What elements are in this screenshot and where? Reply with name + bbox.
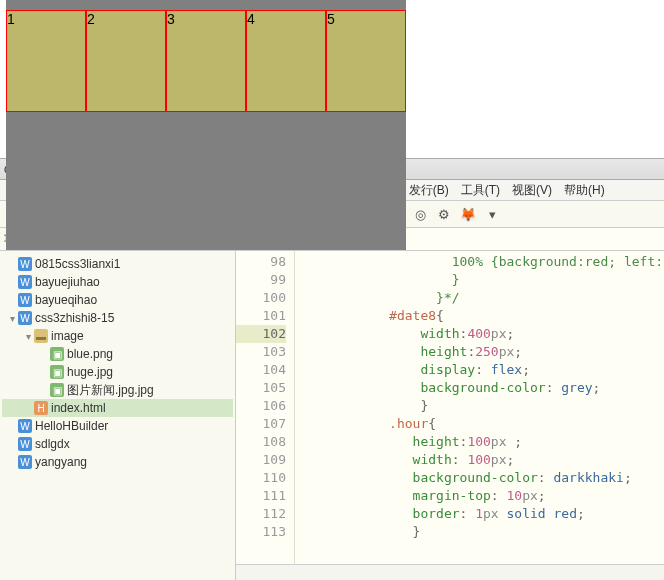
img-icon: ▣ — [50, 383, 64, 397]
w-icon: W — [18, 275, 32, 289]
tree-node[interactable]: Hindex.html — [2, 399, 233, 417]
w-icon: W — [18, 311, 32, 325]
h-icon: H — [34, 401, 48, 415]
menu-item[interactable]: 视图(V) — [506, 182, 558, 199]
tree-label: yangyang — [35, 455, 87, 469]
file-tree: W0815css3lianxi1WbayuejiuhaoWbayueqihao▾… — [0, 251, 235, 475]
tree-label: bayuejiuhao — [35, 275, 100, 289]
project-explorer: 项目管理器 ⇄ ⇆ ▾ W0815css3lianxi1Wbayuejiuhao… — [0, 228, 236, 580]
menu-item[interactable]: 发行(B) — [403, 182, 455, 199]
code-lines[interactable]: 100% {background:red; left: } }*/ #date8… — [295, 251, 664, 564]
tree-node[interactable]: Wbayuejiuhao — [2, 273, 233, 291]
browser-icon[interactable]: 🦊 — [457, 203, 479, 225]
compass-icon[interactable]: ◎ — [409, 203, 431, 225]
tree-node[interactable]: WHelloHBuilder — [2, 417, 233, 435]
w-icon: W — [18, 455, 32, 469]
hour-cell: 1 — [6, 10, 86, 112]
breadcrumb-bar — [236, 564, 664, 580]
line-gutter: 9899100101102103104105106107108109110111… — [236, 251, 295, 564]
tree-node[interactable]: Wsdlgdx — [2, 435, 233, 453]
tree-node[interactable]: ▣huge.jpg — [2, 363, 233, 381]
tree-node[interactable]: ▾Wcss3zhishi8-15 — [2, 309, 233, 327]
img-icon: ▣ — [50, 365, 64, 379]
img-icon: ▣ — [50, 347, 64, 361]
tree-node[interactable]: Wbayueqihao — [2, 291, 233, 309]
fold-icon: ▬ — [34, 329, 48, 343]
code-area[interactable]: 9899100101102103104105106107108109110111… — [236, 251, 664, 564]
tree-label: image — [51, 329, 84, 343]
tree-label: index.html — [51, 401, 106, 415]
tree-node[interactable]: ▾▬image — [2, 327, 233, 345]
tree-node[interactable]: ▣图片新闻.jpg.jpg — [2, 381, 233, 399]
dropdown-icon[interactable]: ▾ — [481, 203, 503, 225]
tree-label: bayueqihao — [35, 293, 97, 307]
tree-label: 0815css3lianxi1 — [35, 257, 120, 271]
tree-node[interactable]: Wyangyang — [2, 453, 233, 471]
hour-cell: 3 — [166, 10, 246, 112]
w-icon: W — [18, 437, 32, 451]
w-icon: W — [18, 293, 32, 307]
tree-label: 图片新闻.jpg.jpg — [67, 382, 154, 399]
menu-item[interactable]: 帮助(H) — [558, 182, 611, 199]
code-editor: H *index.html × 989910010110210310410510… — [236, 228, 664, 580]
tree-node[interactable]: W0815css3lianxi1 — [2, 255, 233, 273]
tree-label: blue.png — [67, 347, 113, 361]
date8-container: 12345 — [6, 0, 406, 250]
tree-node[interactable]: ▣blue.png — [2, 345, 233, 363]
tree-label: sdlgdx — [35, 437, 70, 451]
menu-item[interactable]: 工具(T) — [455, 182, 506, 199]
hour-cell: 4 — [246, 10, 326, 112]
w-icon: W — [18, 257, 32, 271]
tree-label: huge.jpg — [67, 365, 113, 379]
browser-preview: 12345 — [0, 0, 664, 158]
tree-label: HelloHBuilder — [35, 419, 108, 433]
hour-cell: 5 — [326, 10, 406, 112]
tree-label: css3zhishi8-15 — [35, 311, 114, 325]
settings-icon[interactable]: ⚙ — [433, 203, 455, 225]
w-icon: W — [18, 419, 32, 433]
hour-cell: 2 — [86, 10, 166, 112]
